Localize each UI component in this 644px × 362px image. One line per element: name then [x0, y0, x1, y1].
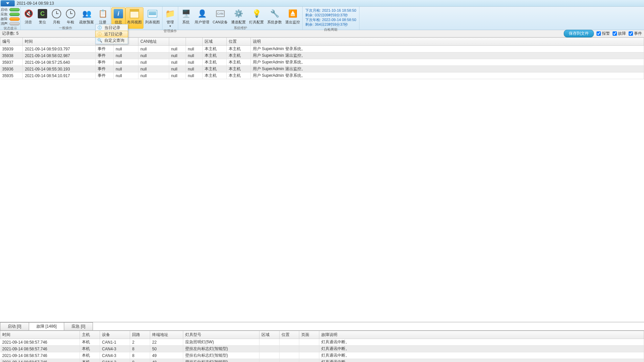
app-menu-button[interactable]	[1, 0, 15, 6]
menu-item-last7[interactable]: ⓘ近7日记录	[95, 31, 128, 37]
bottom-col-header[interactable]: 页面	[299, 331, 319, 339]
status-pill-emerg	[9, 13, 20, 16]
bottom-col-header[interactable]: 灯具型号	[183, 331, 259, 339]
save-to-file-button[interactable]: 保存到文件	[564, 30, 594, 37]
sys-param-button[interactable]: 🔧系统参数	[265, 7, 284, 26]
schedule-footer: 自检周期	[303, 27, 358, 32]
clock-icon	[66, 9, 75, 18]
user-mgmt-button[interactable]: 👤用户管理	[193, 7, 211, 26]
register-button[interactable]: 📋注册	[96, 7, 110, 26]
schedule-month-remain: 剩余: 032日09时59分37秒	[305, 13, 356, 17]
maint-footer: 系统维护	[179, 26, 302, 31]
lamp-icon: 💡	[252, 9, 261, 18]
info-circle-icon: ⓘ	[97, 25, 102, 30]
system-button[interactable]: 🖥️系统	[179, 7, 193, 26]
list-icon	[148, 10, 157, 17]
main-col-header[interactable]: 说明	[250, 38, 644, 46]
tab-fault[interactable]: 故障 [1486]	[29, 322, 65, 330]
schedule-month: 下次月检: 2021-10-16 18:58:50	[305, 8, 356, 13]
manage-footer: 管理操作	[163, 29, 177, 34]
status-label-start: 启动:	[1, 7, 9, 12]
can-icon: CAN	[216, 10, 225, 17]
status-label-mute: 消声:	[1, 21, 9, 26]
table-row[interactable]: 2021-09-14 08:58:57.746本机CAN4-3848壁挂右向标志…	[0, 359, 644, 362]
tab-strip: 启动 [0] 故障 [1486] 应急 [0]	[0, 322, 644, 330]
checkbox-event[interactable]: 事件	[629, 31, 642, 36]
table-row[interactable]: 359382021-09-14 08:58:02.987事件nullnullnu…	[0, 52, 644, 59]
main-col-header[interactable]: 区域	[202, 38, 226, 46]
channel-config-button[interactable]: ⚙️通道配置	[229, 7, 247, 26]
status-pill-start	[9, 8, 20, 11]
main-table-container[interactable]: 编号时间类型CAN口CAN地址区域位置说明 359392021-09-14 08…	[0, 37, 644, 322]
main-col-header[interactable]	[169, 38, 186, 46]
main-col-header[interactable]: 位置	[226, 38, 250, 46]
chevron-down-icon: ▼	[169, 25, 172, 28]
manage-button[interactable]: 📁管理▼	[163, 7, 177, 29]
tab-start[interactable]: 启动 [0]	[0, 322, 29, 330]
bottom-table: 时间主机设备回路终端地址灯具型号区域位置页面故障说明 2021-09-14 08…	[0, 331, 644, 362]
speaker-mute-icon: 🔇	[24, 9, 33, 18]
table-row[interactable]: 359392021-09-14 08:59:03.797事件nullnullnu…	[0, 46, 644, 52]
bottom-table-container[interactable]: 时间主机设备回路终端地址灯具型号区域位置页面故障说明 2021-09-14 08…	[0, 330, 644, 362]
folder-icon: 📁	[165, 9, 175, 18]
exit-monitor-button[interactable]: ⏏️退出监控	[284, 7, 302, 26]
bottom-col-header[interactable]: 区域	[259, 331, 279, 339]
exit-icon: ⏏️	[288, 9, 297, 18]
schedule-year: 下次年检: 2022-09-14 08:58:50	[305, 17, 356, 22]
user-icon: 👤	[198, 9, 207, 18]
layout-view-button[interactable]: 布局视图	[125, 7, 143, 29]
table-row[interactable]: 359372021-09-14 08:57:25.640事件nullnullnu…	[0, 59, 644, 66]
main-col-header[interactable]: CAN地址	[138, 38, 169, 46]
bottom-col-header[interactable]: 回路	[130, 331, 150, 339]
tab-emergency[interactable]: 应急 [0]	[64, 322, 93, 330]
month-check-button[interactable]: 月检	[49, 7, 64, 26]
bottom-col-header[interactable]: 主机	[80, 331, 100, 339]
people-icon: 👥	[82, 9, 91, 18]
table-row[interactable]: 2021-09-14 08:58:57.746本机CAN4-3850壁挂左向标志…	[0, 346, 644, 352]
table-row[interactable]: 2021-09-14 08:58:57.746本机CAN1-1222应急照明灯(…	[0, 339, 644, 346]
wrench-icon: 🔧	[270, 9, 279, 18]
year-check-button[interactable]: 年检	[64, 7, 78, 26]
status-pill-mute	[9, 22, 20, 25]
table-row[interactable]: 2021-09-14 08:58:57.746本机CAN4-3849壁挂右向标志…	[0, 352, 644, 359]
table-row[interactable]: 359352021-09-14 08:54:10.917事件nullnullnu…	[0, 72, 644, 79]
reset-button[interactable]: C复位	[35, 7, 49, 26]
register-icon: 📋	[98, 9, 107, 18]
status-label-fault: 故障:	[1, 17, 9, 21]
menu-item-today[interactable]: ⓘ当日记录	[96, 24, 128, 31]
main-col-header[interactable]	[186, 38, 202, 46]
bottom-col-header[interactable]: 故障说明	[319, 331, 644, 339]
bottom-panel: 启动 [0] 故障 [1486] 应急 [0] 时间主机设备回路终端地址灯具型号…	[0, 322, 644, 362]
status-label-emerg: 应急:	[1, 12, 9, 17]
menu-item-custom[interactable]: 🔍自定义查询	[96, 37, 128, 44]
ribbon-group-manage: 📁管理▼ 管理操作	[163, 7, 178, 30]
table-row[interactable]: 359362021-09-14 08:55:30.193事件nullnullnu…	[0, 66, 644, 72]
ribbon-group-schedule: 下次月检: 2021-10-16 18:58:50 剩余: 032日09时59分…	[303, 7, 359, 30]
bottom-col-header[interactable]: 位置	[279, 331, 299, 339]
reset-icon: C	[38, 9, 47, 18]
info-circle-icon: ⓘ	[97, 31, 102, 37]
title-time: 2021-09-14 08:59:13	[17, 1, 54, 6]
clock-icon	[52, 9, 61, 18]
schedule-year-remain: 剩余: 364日23时59分37秒	[305, 22, 356, 27]
bottom-col-header[interactable]: 终端地址	[150, 331, 183, 339]
evac-plan-button[interactable]: 👥疏散预案	[78, 7, 96, 26]
channel-icon: ⚙️	[234, 9, 243, 18]
search-icon: 🔍	[97, 38, 102, 43]
can-device-button[interactable]: CANCAN设备	[211, 7, 229, 26]
info-dropdown-menu: ⓘ当日记录 ⓘ近7日记录 🔍自定义查询	[95, 24, 128, 44]
checkbox-alarm[interactable]: 报警	[597, 31, 610, 36]
layout-icon	[130, 9, 139, 18]
checkbox-fault[interactable]: 故障	[613, 31, 626, 36]
title-bar: 2021-09-14 08:59:13	[0, 0, 644, 7]
record-count: 记录数: 5	[2, 31, 18, 36]
lamp-config-button[interactable]: 💡灯具配置	[247, 7, 265, 26]
list-view-button[interactable]: 列表视图	[143, 7, 162, 29]
mute-button[interactable]: 🔇消音	[21, 7, 35, 26]
main-col-header[interactable]: 编号	[0, 38, 23, 46]
main-col-header[interactable]: 时间	[23, 38, 95, 46]
status-footer: 状态提示	[1, 26, 20, 31]
info-icon: i	[114, 9, 123, 18]
bottom-col-header[interactable]: 设备	[100, 331, 130, 339]
bottom-col-header[interactable]: 时间	[0, 331, 80, 339]
